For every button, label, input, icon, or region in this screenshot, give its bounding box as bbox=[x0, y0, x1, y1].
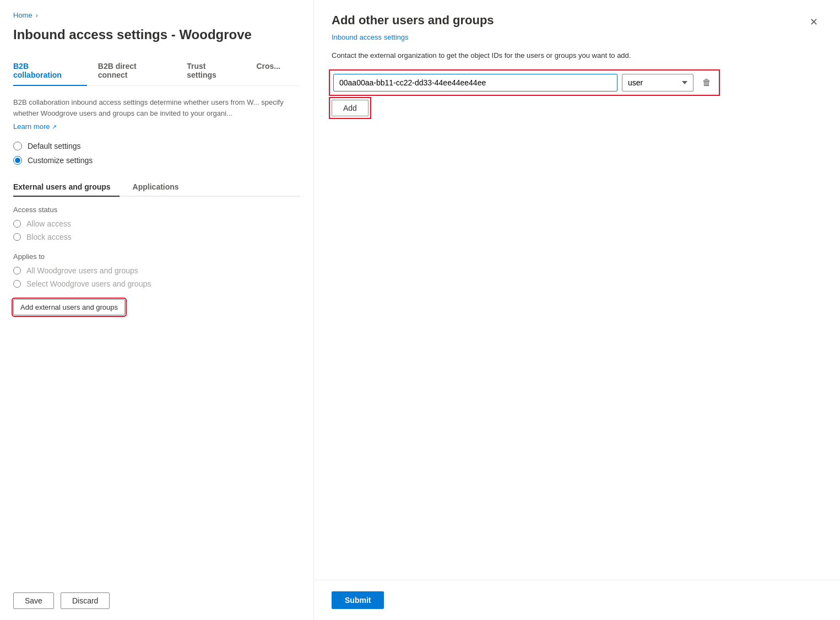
flyout-header: Add other users and groups ✕ bbox=[332, 13, 822, 31]
select-users-option[interactable]: Select Woodgrove users and groups bbox=[13, 279, 300, 288]
close-button[interactable]: ✕ bbox=[805, 13, 822, 31]
object-id-input[interactable] bbox=[333, 74, 617, 91]
delete-row-button[interactable]: 🗑 bbox=[698, 74, 716, 91]
block-access-option[interactable]: Block access bbox=[13, 233, 300, 241]
flyout-title: Add other users and groups bbox=[332, 13, 494, 28]
trash-icon: 🗑 bbox=[702, 78, 711, 88]
default-settings-label: Default settings bbox=[28, 142, 81, 150]
section-tab-external-users[interactable]: External users and groups bbox=[13, 178, 120, 197]
section-tabs: External users and groups Applications bbox=[13, 178, 300, 197]
page-title: Inbound access settings - Woodgrove bbox=[13, 26, 300, 43]
allow-access-option[interactable]: Allow access bbox=[13, 219, 300, 228]
all-users-label: All Woodgrove users and groups bbox=[26, 266, 138, 275]
tab-b2b-collaboration[interactable]: B2B collaboration bbox=[13, 56, 87, 86]
bottom-actions: Save Discard bbox=[13, 592, 110, 609]
section-tab-applications[interactable]: Applications bbox=[133, 178, 188, 197]
add-external-users-button[interactable]: Add external users and groups bbox=[13, 299, 125, 315]
access-options: Allow access Block access bbox=[13, 219, 300, 241]
add-button-wrapper: Add bbox=[332, 100, 368, 116]
customize-settings-option[interactable]: Customize settings bbox=[13, 156, 300, 165]
default-settings-radio[interactable] bbox=[13, 142, 22, 150]
flyout-bottom-actions: Submit bbox=[314, 580, 840, 620]
external-link-icon bbox=[52, 122, 57, 131]
home-link[interactable]: Home bbox=[13, 11, 32, 19]
discard-button[interactable]: Discard bbox=[61, 592, 110, 609]
main-tabs: B2B collaboration B2B direct connect Tru… bbox=[13, 56, 300, 86]
flyout-description: Contact the external organization to get… bbox=[332, 50, 706, 61]
user-type-select[interactable]: user group bbox=[622, 74, 693, 91]
right-panel-flyout: Add other users and groups ✕ Inbound acc… bbox=[314, 0, 840, 620]
block-access-radio[interactable] bbox=[13, 233, 21, 241]
applies-options: All Woodgrove users and groups Select Wo… bbox=[13, 266, 300, 288]
add-button[interactable]: Add bbox=[332, 100, 368, 116]
tab-b2b-direct-connect[interactable]: B2B direct connect bbox=[98, 56, 176, 86]
description-text: B2B collaboration inbound access setting… bbox=[13, 97, 300, 118]
left-panel: Home › Inbound access settings - Woodgro… bbox=[0, 0, 314, 620]
save-button[interactable]: Save bbox=[13, 592, 54, 609]
flyout-subtitle: Inbound access settings bbox=[332, 33, 822, 41]
learn-more-link[interactable]: Learn more bbox=[13, 122, 57, 131]
customize-settings-radio[interactable] bbox=[13, 156, 22, 165]
allow-access-radio[interactable] bbox=[13, 220, 21, 228]
submit-button[interactable]: Submit bbox=[332, 591, 384, 609]
block-access-label: Block access bbox=[26, 233, 72, 241]
tab-trust-settings[interactable]: Trust settings bbox=[187, 56, 245, 86]
breadcrumb-separator: › bbox=[36, 12, 38, 19]
user-id-input-row: user group 🗑 bbox=[332, 72, 717, 93]
all-users-option[interactable]: All Woodgrove users and groups bbox=[13, 266, 300, 275]
all-users-radio[interactable] bbox=[13, 267, 21, 274]
access-status-label: Access status bbox=[13, 206, 300, 214]
customize-settings-label: Customize settings bbox=[28, 156, 93, 165]
settings-radio-group: Default settings Customize settings bbox=[13, 142, 300, 165]
select-users-radio[interactable] bbox=[13, 280, 21, 288]
allow-access-label: Allow access bbox=[26, 219, 71, 228]
tab-cross[interactable]: Cros... bbox=[256, 56, 289, 86]
breadcrumb: Home › bbox=[13, 11, 300, 19]
default-settings-option[interactable]: Default settings bbox=[13, 142, 300, 150]
select-users-label: Select Woodgrove users and groups bbox=[26, 279, 151, 288]
applies-to-label: Applies to bbox=[13, 252, 300, 261]
